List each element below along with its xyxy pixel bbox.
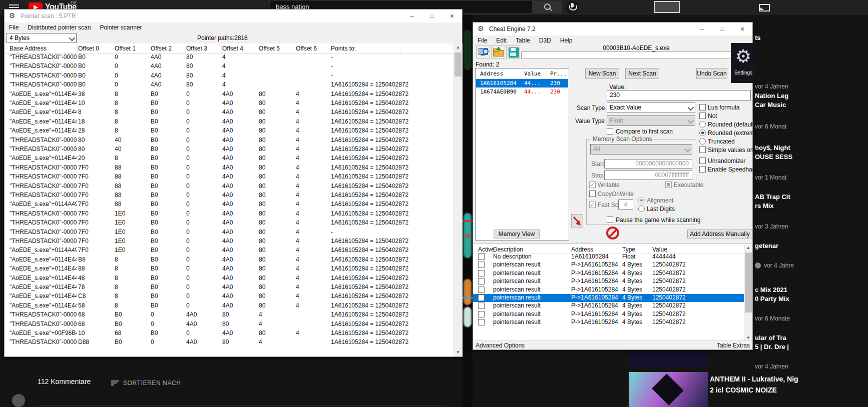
address-list-row[interactable]: pointerscan resultP->1A6161052844 Bytes1… — [473, 318, 744, 326]
address-list-row[interactable]: pointerscan resultP->1A6161052844 Bytes1… — [473, 310, 744, 318]
address-list-row[interactable]: No description1A616105284Float4444444 — [473, 253, 744, 261]
pointer-path-row[interactable]: "AoEDE_s.exe"+0114E448588B004A08041A6161… — [5, 302, 454, 310]
pointer-path-row[interactable]: "THREADSTACK0"-00000...7F01E0B004A0804- — [5, 228, 454, 237]
address-list-row[interactable]: pointerscan resultP->1A6161052844 Bytes1… — [473, 270, 744, 278]
active-checkbox[interactable] — [478, 254, 485, 260]
pointer-scan-titlebar[interactable]: ⚙ Pointer scan : 5.PTR ─□✕ — [5, 10, 462, 22]
pointer-scan-menu-distributed-pointer-scan[interactable]: Distributed pointer scan — [23, 22, 95, 32]
truncated-radio[interactable] — [699, 138, 706, 144]
sidebar-video-age[interactable]: vor 4 Jahre — [755, 262, 794, 269]
sidebar-video-title[interactable]: Car Music — [755, 101, 786, 108]
rounded-extreme--radio[interactable] — [699, 130, 706, 136]
sidebar-video-title[interactable]: Nation Leg — [755, 92, 788, 100]
writable-checkbox[interactable]: ✓ — [589, 182, 596, 188]
value-type-combobox[interactable]: 4 Bytes — [7, 33, 77, 43]
cheat-engine-menu-file[interactable]: File — [473, 36, 492, 46]
sidebar-video-title[interactable]: ts — [755, 34, 761, 42]
user-avatar[interactable] — [12, 394, 25, 407]
no-entry-icon[interactable] — [606, 226, 619, 240]
active-checkbox[interactable] — [478, 262, 485, 268]
cheat-engine-logo-badge[interactable]: ⚙ Settings — [731, 43, 756, 83]
pointer-path-row[interactable]: "THREADSTACK0"-00000...7F088B004A08041A6… — [5, 182, 454, 191]
pointer-path-row[interactable]: "THREADSTACK0"-00000...7F01E0B004A08041A… — [5, 210, 454, 218]
advanced-options-link[interactable]: Advanced Options — [476, 342, 525, 349]
pointer-path-row[interactable]: "THREADSTACK0"-00000...7F088B004A08041A6… — [5, 172, 454, 182]
pointer-path-row[interactable]: "THREADSTACK0"-00000...B004A0804- — [5, 62, 454, 71]
pointer-path-row[interactable]: "THREADSTACK0"-00000...7F088B004A08041A6… — [5, 191, 454, 200]
sidebar-video-age[interactable]: vor 3 Jahren — [755, 223, 788, 230]
undo-scan-button[interactable]: Undo Scan — [696, 68, 727, 79]
executable-checkbox[interactable] — [665, 182, 672, 188]
active-checkbox[interactable] — [478, 319, 485, 326]
unrandomizer-checkbox[interactable] — [699, 158, 706, 164]
sidebar-video-title[interactable]: AB Trap Cit — [755, 193, 790, 200]
copyonwrite-checkbox[interactable] — [589, 190, 596, 197]
scrollbar-thumb[interactable] — [455, 52, 462, 76]
address-list-row[interactable]: pointerscan resultP->1A6161052844 Bytes1… — [473, 286, 744, 294]
sidebar-video-title[interactable]: getenar — [755, 242, 778, 250]
sort-by-button[interactable]: SORTIEREN NACH — [123, 380, 181, 386]
minimize-button[interactable]: ─ — [402, 10, 422, 22]
video-title-line1[interactable]: ANTHEM II - Lukrative, Nig — [710, 375, 798, 383]
scan-region-combobox[interactable]: All — [590, 144, 692, 154]
pointer-path-row[interactable]: "THREADSTACK0"-00000...B004A0804- — [5, 53, 454, 62]
pointer-path-row[interactable]: "THREADSTACK0"-00000...7F01E0B004A08041A… — [5, 237, 454, 246]
pointer-path-row[interactable]: "THREADSTACK0"-00000...B004A08041A616105… — [5, 80, 454, 90]
compare-first-scan-checkbox[interactable] — [607, 128, 613, 134]
video-title-line2[interactable]: 2 icl COSMIC NOIZE — [710, 386, 777, 394]
address-list-scrollbar[interactable]: ▲ ▼ — [744, 244, 752, 342]
sidebar-video-title[interactable]: OUSE SESS — [755, 153, 792, 160]
maximize-button[interactable]: □ — [422, 10, 442, 22]
new-scan-button[interactable]: New Scan — [585, 68, 619, 79]
close-button[interactable]: ✕ — [732, 22, 752, 36]
comment-input-underline[interactable] — [35, 405, 446, 406]
pointer-path-row[interactable]: "AoEDE_s.exe"+0114E448488B004A08041A6161… — [5, 274, 454, 283]
pointer-path-row[interactable]: "THREADSTACK0"-00000...D88B004A08041A616… — [5, 338, 454, 347]
pointer-path-row[interactable]: "AoEDE_s.exe"+0114E448788B004A08041A6161… — [5, 283, 454, 292]
sidebar-video-title[interactable]: ular of Tra — [755, 334, 786, 342]
pointer-path-row[interactable]: "THREADSTACK0"-00000...7F088B004A08041A6… — [5, 164, 454, 172]
next-scan-button[interactable]: Next Scan — [625, 68, 659, 79]
active-checkbox[interactable] — [478, 294, 485, 301]
pointer-path-row[interactable]: "AoEDE_s.exe"+0114E448188B004A08041A6161… — [5, 118, 454, 126]
save-table-button[interactable] — [506, 46, 520, 58]
enable-speedhack-checkbox[interactable] — [699, 166, 706, 172]
minimize-button[interactable]: ─ — [692, 22, 712, 36]
last-digits-radio[interactable] — [638, 206, 645, 212]
lua-formula-checkbox[interactable] — [699, 104, 706, 110]
sidebar-video-age[interactable]: vor 6 Monat — [755, 123, 786, 130]
pointer-path-row[interactable]: "AoEDE_s.exe"+0114E448208B004A08041A6161… — [5, 154, 454, 163]
active-checkbox[interactable] — [478, 286, 485, 293]
sidebar-video-title[interactable]: 5 | Dr. Dre | — [755, 343, 789, 350]
sidebar-video-title[interactable]: boy$, Night — [755, 144, 790, 152]
pointer-path-row[interactable]: "THREADSTACK0"-00000...68B004A08041A6161… — [5, 320, 454, 329]
memory-view-button[interactable]: Memory View — [494, 230, 540, 238]
found-list-header[interactable]: AddressValuePr... — [476, 70, 568, 79]
pointer-table-scrollbar[interactable]: ▲ ▼ — [454, 44, 463, 356]
pointer-path-row[interactable]: "AoEDE_s.exe"+0114E44888B004A08041A61610… — [5, 108, 454, 117]
scroll-up-icon[interactable]: ▲ — [744, 244, 752, 252]
not-checkbox[interactable] — [699, 112, 706, 119]
pointer-path-row[interactable]: "AoEDE_s.exe"+0114E448388B004A08041A6161… — [5, 90, 454, 99]
pointer-scan-menu-file[interactable]: File — [5, 22, 23, 32]
found-address-row[interactable]: 1A674AE0B9044...230 — [476, 88, 568, 96]
sidebar-video-age[interactable]: vor 1 Monat — [755, 174, 786, 181]
found-address-row[interactable]: 1A61610528444...230 — [476, 79, 568, 88]
pointer-path-row[interactable]: "AoEDE_s.exe"+0114E448108B004A08041A6161… — [5, 99, 454, 108]
search-button[interactable] — [533, 0, 562, 14]
pointer-table-header[interactable]: Base AddressOffset 0Offset 1Offset 2Offs… — [5, 44, 454, 54]
pointer-path-row[interactable]: "AoEDE_s.exe"+0114E448C88B004A08041A6161… — [5, 292, 454, 301]
maximize-button[interactable]: □ — [712, 22, 732, 36]
video-thumbnail[interactable] — [629, 372, 708, 407]
cheat-engine-menu-table[interactable]: Table — [511, 36, 535, 46]
sidebar-video-age[interactable]: vor 4 Jahren — [755, 363, 788, 370]
pointer-path-row[interactable]: "THREADSTACK0"-00000...7F01E0B004A08041A… — [5, 218, 454, 228]
simple-values-only-checkbox[interactable] — [699, 146, 706, 153]
address-list-row[interactable]: pointerscan resultP->1A6161052844 Bytes1… — [473, 302, 744, 310]
pointer-path-row[interactable]: "AoEDE_s.exe"+0114A4907F01E0B004A08041A6… — [5, 246, 454, 255]
start-address-input[interactable]: 0000000000000000 — [604, 159, 692, 168]
fast-scan-alignment-input[interactable]: 4 — [618, 200, 633, 210]
cheat-engine-menu-edit[interactable]: Edit — [492, 36, 511, 46]
address-list-row[interactable]: pointerscan resultP->1A6161052844 Bytes1… — [473, 294, 744, 302]
scroll-down-icon[interactable]: ▼ — [454, 348, 462, 356]
